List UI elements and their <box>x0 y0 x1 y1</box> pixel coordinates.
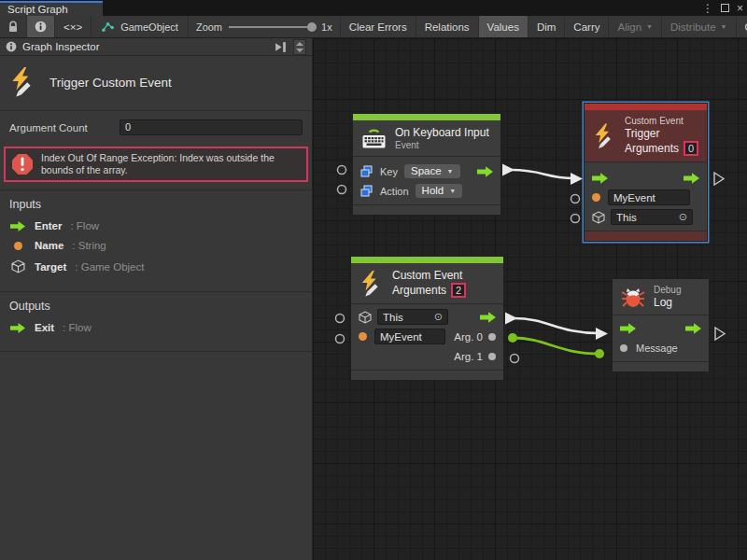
action-value: Hold <box>422 185 444 196</box>
message-input-port[interactable] <box>620 344 627 352</box>
dim-button[interactable]: Dim <box>529 16 565 37</box>
port-circle[interactable] <box>336 315 345 323</box>
target-value: This <box>616 212 637 223</box>
node-footer <box>351 370 503 380</box>
distribute-button[interactable]: Distribute ▼ <box>662 16 737 37</box>
string-port-icon[interactable] <box>359 332 367 341</box>
node-trigger-custom-event[interactable]: Custom Event Trigger Arguments 0 MyEvent <box>584 103 708 242</box>
lock-button[interactable] <box>0 16 27 37</box>
port-circle[interactable] <box>511 355 519 363</box>
node-header: Debug Log <box>613 279 709 315</box>
node-footer <box>585 231 707 241</box>
object-picker-icon[interactable]: ⊙ <box>671 211 687 223</box>
clear-errors-button[interactable]: Clear Errors <box>341 16 416 37</box>
flow-wire[interactable] <box>511 170 574 178</box>
flow-wire[interactable] <box>514 318 599 333</box>
node-custom-event-arguments[interactable]: Custom Event Arguments 2 This ⊙ <box>350 256 504 381</box>
dock-panel-icon[interactable] <box>274 41 288 53</box>
overview-button[interactable]: Overv <box>737 16 747 37</box>
event-name-input[interactable]: MyEvent <box>374 329 445 344</box>
flow-input-arrow-icon[interactable] <box>620 323 636 334</box>
wire-start-cap <box>505 313 517 325</box>
wire-arrowhead <box>571 173 583 185</box>
zoom-slider-knob[interactable] <box>307 22 317 32</box>
error-message-text: Index Out Of Range Exception: Index was … <box>41 152 299 176</box>
scroll-spinner[interactable] <box>293 39 306 55</box>
gameobject-cube-icon[interactable] <box>359 311 372 324</box>
custom-event-icon <box>593 122 616 150</box>
node-debug-log[interactable]: Debug Log Message <box>612 278 710 372</box>
menu-dots-icon[interactable]: ⋮ <box>702 3 713 14</box>
port-type: Flow <box>70 220 99 231</box>
port-circle[interactable] <box>338 166 346 175</box>
flow-output-arrow-icon[interactable] <box>684 173 699 184</box>
error-stop-icon <box>11 153 34 175</box>
node-title-line2: Arguments <box>625 142 679 155</box>
port-circle[interactable] <box>571 195 580 203</box>
string-port-icon[interactable] <box>592 193 600 202</box>
arg1-output-port[interactable] <box>488 353 496 360</box>
node-colorbar <box>353 114 500 120</box>
maximize-icon[interactable] <box>721 4 729 12</box>
gameobject-cube-icon <box>9 259 26 273</box>
event-name-input[interactable]: MyEvent <box>608 189 690 205</box>
gameobject-icon <box>101 21 115 33</box>
flow-port-triangle[interactable] <box>714 173 724 185</box>
inspector-toggle-button[interactable] <box>27 16 55 37</box>
input-port-row: Target Game Object <box>9 259 303 273</box>
flow-output-arrow-icon[interactable] <box>480 312 496 323</box>
align-button[interactable]: Align ▼ <box>609 16 662 37</box>
key-dropdown[interactable]: Space ▼ <box>404 164 460 178</box>
zoom-slider[interactable] <box>229 26 315 28</box>
close-icon[interactable]: × <box>737 3 743 14</box>
node-header: Custom Event Arguments 2 <box>351 263 503 304</box>
distribute-label: Distribute <box>670 21 716 33</box>
inspector-title: Graph Inspector <box>22 41 268 52</box>
value-wire[interactable] <box>513 338 599 354</box>
node-subtitle: Event <box>395 140 489 150</box>
flow-input-arrow-icon[interactable] <box>592 173 608 184</box>
node-header: On Keyboard Input Event <box>353 120 500 157</box>
wire-arrowhead <box>596 328 608 340</box>
target-input[interactable]: This ⊙ <box>377 309 448 325</box>
port-circle[interactable] <box>338 186 346 194</box>
arg1-row: Arg. 1 <box>351 346 503 366</box>
argument-count-input[interactable]: 0 <box>120 119 303 135</box>
flow-output-arrow-icon[interactable] <box>477 166 493 177</box>
carry-button[interactable]: Carry <box>565 16 609 37</box>
tab-script-graph[interactable]: Script Graph <box>0 1 103 16</box>
node-kind: Custom Event <box>392 269 466 282</box>
inputs-section: Inputs Enter Flow Name String Target Gam… <box>0 190 312 291</box>
graph-canvas[interactable]: On Keyboard Input Event Key Space ▼ <box>313 38 747 560</box>
target-input[interactable]: This ⊙ <box>611 209 693 225</box>
code-view-button[interactable]: <×> <box>55 16 92 37</box>
node-on-keyboard-input[interactable]: On Keyboard Input Event Key Space ▼ <box>352 113 501 216</box>
node-title-line2-wrap: Arguments 2 <box>392 283 466 298</box>
wire-endpoint-dot <box>508 333 517 343</box>
object-picker-icon[interactable]: ⊙ <box>427 311 443 323</box>
message-row: Message <box>613 338 709 357</box>
arg0-label: Arg. 0 <box>454 331 483 343</box>
arg0-output-port[interactable] <box>488 333 496 341</box>
key-row: Key Space ▼ <box>353 161 500 181</box>
action-dropdown[interactable]: Hold ▼ <box>416 184 463 198</box>
node-footer <box>353 204 500 215</box>
relations-button[interactable]: Relations <box>416 16 479 37</box>
flow-output-arrow-icon[interactable] <box>685 323 701 334</box>
window-controls: ⋮ × <box>702 2 743 14</box>
port-circle[interactable] <box>571 215 580 223</box>
values-button[interactable]: Values <box>479 16 529 37</box>
gameobject-cube-icon[interactable] <box>592 211 605 224</box>
key-value: Space <box>411 165 442 176</box>
gameobject-reference[interactable]: GameObject <box>92 16 189 37</box>
port-circle[interactable] <box>336 335 345 343</box>
input-port-row: Name String <box>9 240 303 251</box>
argument-count-badge: 2 <box>451 283 466 298</box>
port-name: Exit <box>35 322 54 333</box>
keyboard-event-icon <box>361 127 387 149</box>
debug-bug-icon <box>621 286 645 309</box>
chevron-down-icon: ▼ <box>447 168 454 175</box>
flow-port-triangle[interactable] <box>715 328 725 340</box>
message-label: Message <box>636 343 678 354</box>
event-name-row: MyEvent Arg. 0 <box>351 327 503 346</box>
